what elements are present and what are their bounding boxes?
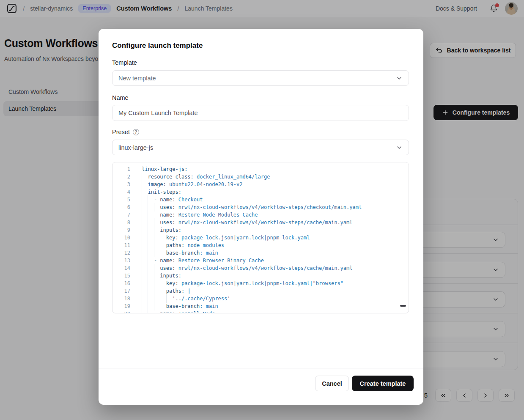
yaml-editor-lines: 1linux-large-js:2 resource-class: docker…	[112, 165, 409, 313]
preset-label-text: Preset	[112, 129, 130, 135]
indent-guide	[142, 211, 142, 219]
indent-guide	[142, 195, 142, 204]
indent-guide	[142, 294, 142, 303]
preset-select[interactable]: linux-large-js	[112, 140, 409, 155]
indent-guide	[148, 218, 148, 227]
line-number: 13	[118, 257, 130, 264]
indent-guide	[148, 310, 148, 313]
indent-guide	[154, 233, 154, 242]
indent-guide	[148, 287, 148, 295]
indent-guide	[154, 294, 154, 303]
line-number: 4	[118, 188, 130, 196]
code-line: 3 image: ubuntu22.04-node20.19-v2	[112, 181, 409, 188]
indent-guide	[148, 264, 148, 272]
cancel-button[interactable]: Cancel	[315, 376, 349, 391]
indent-guide	[142, 188, 142, 196]
preset-field-label: Preset ?	[112, 129, 139, 135]
indent-guide	[142, 302, 142, 310]
indent-guide	[142, 203, 142, 211]
code-line: 19 base-branch: main	[112, 302, 409, 310]
code-line: 7 - name: Restore Node Modules Cache	[112, 211, 409, 219]
preset-select-value: linux-large-js	[118, 144, 153, 151]
line-number: 11	[118, 242, 130, 249]
indent-guide	[154, 272, 154, 280]
code-line: 20 - name: Install Node	[112, 310, 409, 313]
modal-footer-divider	[99, 368, 423, 368]
indent-guide	[142, 256, 142, 265]
chevron-down-icon	[396, 75, 403, 82]
line-number: 15	[118, 272, 130, 280]
indent-guide	[142, 287, 142, 295]
indent-guide	[154, 279, 154, 288]
line-number: 6	[118, 203, 130, 211]
indent-guide	[142, 310, 142, 313]
line-number: 9	[118, 226, 130, 234]
code-line: 12 base-branch: main	[112, 249, 409, 257]
yaml-editor[interactable]: 1linux-large-js:2 resource-class: docker…	[112, 162, 409, 313]
code-line: 4 init-steps:	[112, 188, 409, 196]
code-line: 13 - name: Restore Browser Binary Cache	[112, 257, 409, 264]
line-number: 20	[118, 310, 130, 313]
line-number: 3	[118, 181, 130, 188]
indent-guide	[160, 302, 160, 310]
indent-guide	[142, 264, 142, 272]
indent-guide	[148, 272, 148, 280]
indent-guide	[148, 302, 148, 310]
code-line: 15 inputs:	[112, 272, 409, 280]
indent-guide	[142, 272, 142, 280]
indent-guide	[142, 226, 142, 234]
indent-guide	[154, 241, 154, 250]
indent-guide	[160, 241, 160, 250]
line-number: 2	[118, 173, 130, 181]
indent-guide	[148, 279, 148, 288]
name-field-label: Name	[112, 94, 129, 101]
indent-guide	[154, 264, 154, 272]
indent-guide	[148, 241, 148, 250]
indent-guide	[154, 287, 154, 295]
line-number: 17	[118, 287, 130, 295]
indent-guide	[142, 180, 142, 189]
indent-guide	[160, 294, 160, 303]
line-number: 19	[118, 302, 130, 310]
indent-guide	[154, 302, 154, 310]
template-select[interactable]: New template	[112, 70, 409, 86]
configure-launch-template-modal: Configure launch template Template New t…	[99, 29, 423, 405]
line-number: 18	[118, 295, 130, 302]
editor-scrollbar-thumb[interactable]	[400, 305, 406, 307]
indent-guide	[142, 279, 142, 288]
code-line: 6 uses: nrwl/nx-cloud-workflows/v4/workf…	[112, 203, 409, 211]
indent-guide	[160, 233, 160, 242]
indent-guide	[142, 233, 142, 242]
name-input[interactable]: My Custom Launch Template	[112, 105, 409, 121]
indent-guide	[148, 195, 148, 204]
indent-guide	[148, 203, 148, 211]
code-line: 10 key: package-lock.json|yarn.lock|pnpm…	[112, 234, 409, 242]
indent-guide	[160, 279, 160, 288]
name-input-value: My Custom Launch Template	[118, 110, 198, 116]
line-number: 5	[118, 196, 130, 203]
code-line: 8 uses: nrwl/nx-cloud-workflows/v4/workf…	[112, 219, 409, 226]
line-number: 10	[118, 234, 130, 242]
code-line: 9 inputs:	[112, 226, 409, 234]
code-line: 18 '../.cache/Cypress'	[112, 295, 409, 302]
indent-guide	[154, 226, 154, 234]
code-line: 5 - name: Checkout	[112, 196, 409, 203]
indent-guide	[142, 249, 142, 257]
indent-guide	[154, 249, 154, 257]
indent-guide	[148, 233, 148, 242]
line-number: 7	[118, 211, 130, 219]
indent-guide	[142, 241, 142, 250]
template-field-label: Template	[112, 59, 137, 66]
indent-guide	[148, 256, 148, 265]
code-line: 11 paths: node_modules	[112, 242, 409, 249]
create-template-button[interactable]: Create template	[352, 376, 414, 391]
indent-guide	[160, 287, 160, 295]
indent-guide	[154, 218, 154, 227]
indent-guide	[148, 249, 148, 257]
indent-guide	[166, 294, 167, 303]
chevron-down-icon	[396, 144, 403, 151]
indent-guide	[142, 173, 142, 181]
code-line: 16 key: package-lock.json|yarn.lock|pnpm…	[112, 280, 409, 287]
indent-guide	[160, 249, 160, 257]
question-circle-icon[interactable]: ?	[133, 129, 139, 135]
